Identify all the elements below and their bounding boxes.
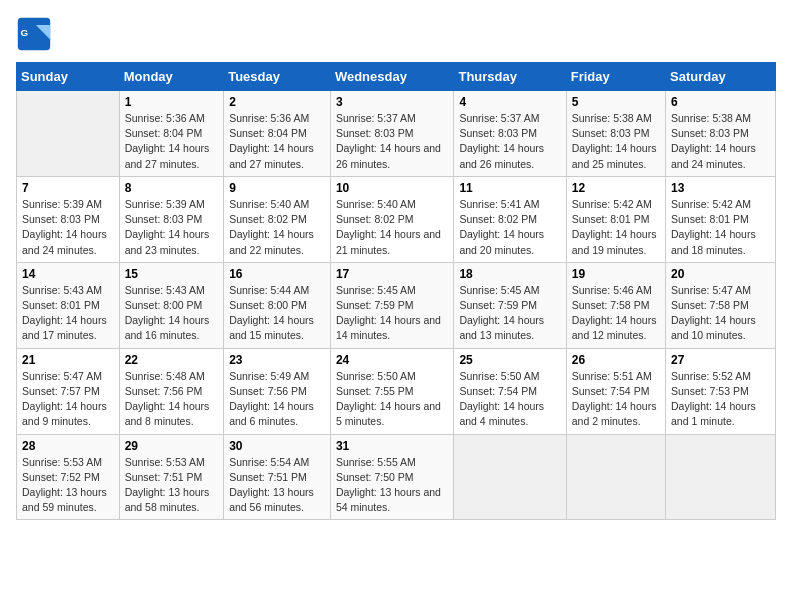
day-header-wednesday: Wednesday xyxy=(330,63,454,91)
calendar-table: SundayMondayTuesdayWednesdayThursdayFrid… xyxy=(16,62,776,520)
day-number: 9 xyxy=(229,181,325,195)
calendar-cell: 17Sunrise: 5:45 AM Sunset: 7:59 PM Dayli… xyxy=(330,262,454,348)
day-info: Sunrise: 5:39 AM Sunset: 8:03 PM Dayligh… xyxy=(22,197,114,258)
day-number: 27 xyxy=(671,353,770,367)
calendar-cell: 15Sunrise: 5:43 AM Sunset: 8:00 PM Dayli… xyxy=(119,262,223,348)
day-number: 26 xyxy=(572,353,660,367)
day-header-friday: Friday xyxy=(566,63,665,91)
day-info: Sunrise: 5:40 AM Sunset: 8:02 PM Dayligh… xyxy=(229,197,325,258)
day-number: 25 xyxy=(459,353,560,367)
calendar-cell: 28Sunrise: 5:53 AM Sunset: 7:52 PM Dayli… xyxy=(17,434,120,520)
day-info: Sunrise: 5:48 AM Sunset: 7:56 PM Dayligh… xyxy=(125,369,218,430)
calendar-cell: 18Sunrise: 5:45 AM Sunset: 7:59 PM Dayli… xyxy=(454,262,566,348)
day-number: 24 xyxy=(336,353,449,367)
calendar-cell: 30Sunrise: 5:54 AM Sunset: 7:51 PM Dayli… xyxy=(224,434,331,520)
week-row-3: 14Sunrise: 5:43 AM Sunset: 8:01 PM Dayli… xyxy=(17,262,776,348)
calendar-header-row: SundayMondayTuesdayWednesdayThursdayFrid… xyxy=(17,63,776,91)
day-number: 10 xyxy=(336,181,449,195)
day-info: Sunrise: 5:49 AM Sunset: 7:56 PM Dayligh… xyxy=(229,369,325,430)
day-info: Sunrise: 5:53 AM Sunset: 7:51 PM Dayligh… xyxy=(125,455,218,516)
calendar-cell: 20Sunrise: 5:47 AM Sunset: 7:58 PM Dayli… xyxy=(666,262,776,348)
calendar-cell: 1Sunrise: 5:36 AM Sunset: 8:04 PM Daylig… xyxy=(119,91,223,177)
day-info: Sunrise: 5:55 AM Sunset: 7:50 PM Dayligh… xyxy=(336,455,449,516)
day-number: 6 xyxy=(671,95,770,109)
calendar-cell: 10Sunrise: 5:40 AM Sunset: 8:02 PM Dayli… xyxy=(330,176,454,262)
day-header-saturday: Saturday xyxy=(666,63,776,91)
calendar-cell: 6Sunrise: 5:38 AM Sunset: 8:03 PM Daylig… xyxy=(666,91,776,177)
calendar-cell: 13Sunrise: 5:42 AM Sunset: 8:01 PM Dayli… xyxy=(666,176,776,262)
calendar-cell: 4Sunrise: 5:37 AM Sunset: 8:03 PM Daylig… xyxy=(454,91,566,177)
day-info: Sunrise: 5:36 AM Sunset: 8:04 PM Dayligh… xyxy=(229,111,325,172)
day-header-thursday: Thursday xyxy=(454,63,566,91)
day-number: 18 xyxy=(459,267,560,281)
calendar-cell: 3Sunrise: 5:37 AM Sunset: 8:03 PM Daylig… xyxy=(330,91,454,177)
day-number: 15 xyxy=(125,267,218,281)
calendar-cell: 16Sunrise: 5:44 AM Sunset: 8:00 PM Dayli… xyxy=(224,262,331,348)
day-number: 23 xyxy=(229,353,325,367)
calendar-cell: 27Sunrise: 5:52 AM Sunset: 7:53 PM Dayli… xyxy=(666,348,776,434)
calendar-cell: 21Sunrise: 5:47 AM Sunset: 7:57 PM Dayli… xyxy=(17,348,120,434)
day-number: 3 xyxy=(336,95,449,109)
day-header-monday: Monday xyxy=(119,63,223,91)
day-info: Sunrise: 5:45 AM Sunset: 7:59 PM Dayligh… xyxy=(336,283,449,344)
day-number: 30 xyxy=(229,439,325,453)
day-info: Sunrise: 5:53 AM Sunset: 7:52 PM Dayligh… xyxy=(22,455,114,516)
calendar-cell xyxy=(17,91,120,177)
logo-icon: G xyxy=(16,16,52,52)
day-info: Sunrise: 5:42 AM Sunset: 8:01 PM Dayligh… xyxy=(671,197,770,258)
day-number: 5 xyxy=(572,95,660,109)
calendar-cell: 31Sunrise: 5:55 AM Sunset: 7:50 PM Dayli… xyxy=(330,434,454,520)
day-number: 2 xyxy=(229,95,325,109)
day-info: Sunrise: 5:39 AM Sunset: 8:03 PM Dayligh… xyxy=(125,197,218,258)
calendar-cell: 29Sunrise: 5:53 AM Sunset: 7:51 PM Dayli… xyxy=(119,434,223,520)
day-info: Sunrise: 5:42 AM Sunset: 8:01 PM Dayligh… xyxy=(572,197,660,258)
day-number: 1 xyxy=(125,95,218,109)
day-number: 31 xyxy=(336,439,449,453)
day-number: 11 xyxy=(459,181,560,195)
day-info: Sunrise: 5:43 AM Sunset: 8:00 PM Dayligh… xyxy=(125,283,218,344)
day-info: Sunrise: 5:51 AM Sunset: 7:54 PM Dayligh… xyxy=(572,369,660,430)
calendar-cell xyxy=(566,434,665,520)
day-header-tuesday: Tuesday xyxy=(224,63,331,91)
calendar-cell: 5Sunrise: 5:38 AM Sunset: 8:03 PM Daylig… xyxy=(566,91,665,177)
day-info: Sunrise: 5:47 AM Sunset: 7:58 PM Dayligh… xyxy=(671,283,770,344)
day-info: Sunrise: 5:50 AM Sunset: 7:54 PM Dayligh… xyxy=(459,369,560,430)
logo: G xyxy=(16,16,56,52)
calendar-cell: 23Sunrise: 5:49 AM Sunset: 7:56 PM Dayli… xyxy=(224,348,331,434)
day-number: 19 xyxy=(572,267,660,281)
day-number: 16 xyxy=(229,267,325,281)
day-info: Sunrise: 5:36 AM Sunset: 8:04 PM Dayligh… xyxy=(125,111,218,172)
day-info: Sunrise: 5:45 AM Sunset: 7:59 PM Dayligh… xyxy=(459,283,560,344)
header: G xyxy=(16,16,776,52)
day-number: 4 xyxy=(459,95,560,109)
day-number: 22 xyxy=(125,353,218,367)
day-number: 7 xyxy=(22,181,114,195)
day-info: Sunrise: 5:50 AM Sunset: 7:55 PM Dayligh… xyxy=(336,369,449,430)
day-number: 12 xyxy=(572,181,660,195)
calendar-cell: 26Sunrise: 5:51 AM Sunset: 7:54 PM Dayli… xyxy=(566,348,665,434)
day-number: 21 xyxy=(22,353,114,367)
day-info: Sunrise: 5:47 AM Sunset: 7:57 PM Dayligh… xyxy=(22,369,114,430)
calendar-cell: 25Sunrise: 5:50 AM Sunset: 7:54 PM Dayli… xyxy=(454,348,566,434)
day-number: 8 xyxy=(125,181,218,195)
day-info: Sunrise: 5:40 AM Sunset: 8:02 PM Dayligh… xyxy=(336,197,449,258)
week-row-4: 21Sunrise: 5:47 AM Sunset: 7:57 PM Dayli… xyxy=(17,348,776,434)
day-number: 17 xyxy=(336,267,449,281)
day-info: Sunrise: 5:38 AM Sunset: 8:03 PM Dayligh… xyxy=(671,111,770,172)
day-info: Sunrise: 5:52 AM Sunset: 7:53 PM Dayligh… xyxy=(671,369,770,430)
calendar-cell: 2Sunrise: 5:36 AM Sunset: 8:04 PM Daylig… xyxy=(224,91,331,177)
week-row-5: 28Sunrise: 5:53 AM Sunset: 7:52 PM Dayli… xyxy=(17,434,776,520)
day-info: Sunrise: 5:37 AM Sunset: 8:03 PM Dayligh… xyxy=(459,111,560,172)
svg-text:G: G xyxy=(21,27,29,38)
calendar-cell: 9Sunrise: 5:40 AM Sunset: 8:02 PM Daylig… xyxy=(224,176,331,262)
calendar-cell: 19Sunrise: 5:46 AM Sunset: 7:58 PM Dayli… xyxy=(566,262,665,348)
calendar-cell: 12Sunrise: 5:42 AM Sunset: 8:01 PM Dayli… xyxy=(566,176,665,262)
calendar-cell: 8Sunrise: 5:39 AM Sunset: 8:03 PM Daylig… xyxy=(119,176,223,262)
day-number: 20 xyxy=(671,267,770,281)
day-info: Sunrise: 5:43 AM Sunset: 8:01 PM Dayligh… xyxy=(22,283,114,344)
calendar-cell: 24Sunrise: 5:50 AM Sunset: 7:55 PM Dayli… xyxy=(330,348,454,434)
day-number: 29 xyxy=(125,439,218,453)
day-number: 13 xyxy=(671,181,770,195)
calendar-cell: 11Sunrise: 5:41 AM Sunset: 8:02 PM Dayli… xyxy=(454,176,566,262)
day-info: Sunrise: 5:46 AM Sunset: 7:58 PM Dayligh… xyxy=(572,283,660,344)
